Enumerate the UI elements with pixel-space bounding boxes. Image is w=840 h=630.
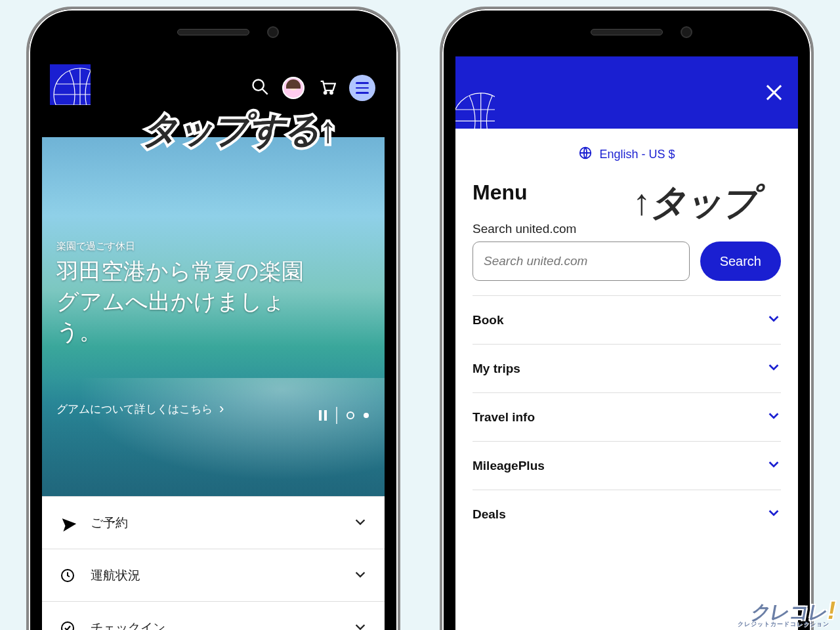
chevron-down-icon: [766, 311, 781, 329]
chevron-down-icon: [766, 457, 781, 474]
carousel-controls: [319, 407, 369, 424]
menu-item-label: Book: [472, 313, 504, 327]
watermark-sub: クレジットカードコレクション: [738, 620, 830, 629]
search-label: Search united.com: [472, 222, 781, 236]
menu-item-deals[interactable]: Deals: [472, 490, 781, 538]
menu-item-miles[interactable]: MileagePlus: [472, 441, 781, 490]
chevron-down-icon: [353, 567, 368, 584]
profile-avatar[interactable]: [282, 77, 304, 99]
search-input[interactable]: [472, 242, 690, 281]
menu-item-mytrips[interactable]: My trips: [472, 344, 781, 392]
nav-row-book[interactable]: ご予約: [42, 496, 385, 549]
chevron-down-icon: [766, 360, 781, 377]
camera-icon: [267, 26, 279, 38]
brand-logo[interactable]: [50, 64, 91, 105]
globe-icon: [578, 146, 593, 163]
hero-banner[interactable]: 楽園で過ごす休日 羽田空港から常夏の楽園 グアムへ出かけましょ う。 グアムにつ…: [42, 122, 385, 496]
chevron-down-icon: [353, 620, 368, 631]
carousel-dot-1[interactable]: [346, 411, 354, 419]
menu-item-label: Deals: [472, 507, 506, 522]
menu-header: [455, 56, 798, 129]
hero-title: 羽田空港から常夏の楽園 グアムへ出かけましょ う。: [56, 257, 370, 347]
phone-frame-right: English - US $ Menu Search united.com Se…: [440, 7, 814, 630]
menu-item-label: My trips: [472, 362, 520, 376]
close-icon[interactable]: [764, 83, 784, 102]
menu-item-travel[interactable]: Travel info: [472, 392, 781, 441]
search-button[interactable]: Search: [700, 242, 781, 281]
nav-row-checkin[interactable]: チェックイン: [42, 601, 385, 630]
cart-icon[interactable]: [318, 77, 336, 98]
menu-title: Menu: [472, 177, 781, 222]
svg-line-2: [262, 89, 268, 94]
language-selector[interactable]: English - US $: [472, 129, 781, 177]
menu-item-label: MileagePlus: [472, 459, 545, 473]
check-circle-icon: [59, 620, 76, 631]
brand-logo[interactable]: [455, 89, 495, 129]
svg-point-1: [253, 80, 264, 91]
chevron-down-icon: [766, 408, 781, 426]
menu-item-book[interactable]: Book: [472, 295, 781, 344]
phone-frame-left: 楽園で過ごす休日 羽田空港から常夏の楽園 グアムへ出かけましょ う。 グアムにつ…: [26, 7, 400, 630]
chevron-right-icon: [219, 400, 224, 417]
hamburger-menu-button[interactable]: [349, 75, 375, 101]
speaker-icon: [591, 29, 663, 35]
pause-icon[interactable]: [319, 410, 327, 421]
nav-row-status[interactable]: 運航状況: [42, 549, 385, 601]
nav-label: ご予約: [91, 514, 128, 532]
chevron-down-icon: [766, 505, 781, 523]
clock-icon: [59, 567, 76, 584]
nav-label: チェックイン: [91, 620, 165, 631]
screen-left: 楽園で過ごす休日 羽田空港から常夏の楽園 グアムへ出かけましょ う。 グアムにつ…: [42, 56, 385, 630]
chevron-down-icon: [353, 514, 368, 532]
plane-icon: [59, 514, 76, 532]
hero-cta-link[interactable]: グアムについて詳しくはこちら: [56, 400, 224, 417]
menu-item-label: Travel info: [472, 410, 535, 425]
svg-point-4: [330, 92, 333, 94]
carousel-dot-2[interactable]: [364, 413, 369, 418]
language-label: English - US $: [599, 148, 675, 161]
app-header: [42, 56, 385, 122]
svg-point-3: [324, 92, 327, 94]
hero-eyebrow: 楽園で過ごす休日: [56, 240, 370, 253]
svg-point-0: [54, 68, 91, 105]
speaker-icon: [177, 29, 249, 35]
screen-right: English - US $ Menu Search united.com Se…: [455, 56, 798, 630]
nav-label: 運航状況: [91, 567, 140, 584]
search-icon[interactable]: [251, 77, 269, 98]
camera-icon: [681, 26, 692, 38]
